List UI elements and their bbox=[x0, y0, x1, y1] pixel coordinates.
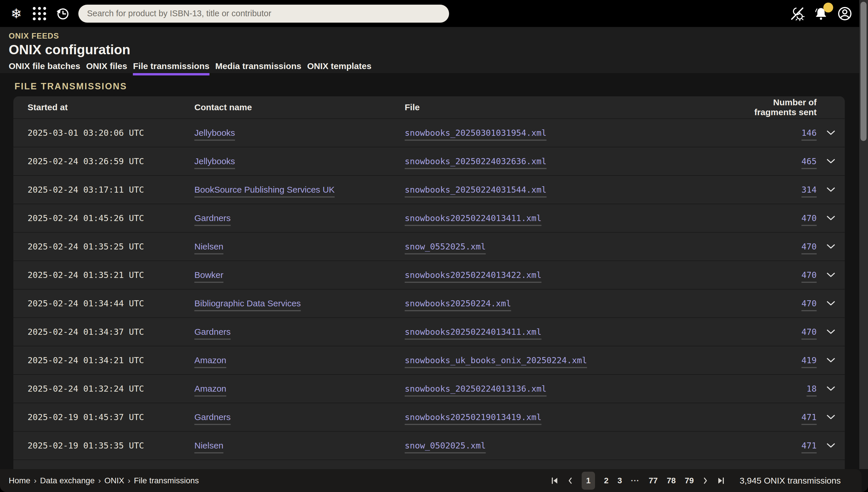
page-2[interactable]: 2 bbox=[604, 476, 609, 485]
expand-row-button[interactable] bbox=[817, 301, 845, 306]
file-link[interactable]: snowbooks_20250224032636.xml bbox=[405, 156, 547, 166]
grid-dots bbox=[33, 7, 46, 20]
dark-mode-toggle-icon[interactable] bbox=[789, 5, 805, 22]
breadcrumb-eyebrow[interactable]: ONIX FEEDS bbox=[9, 32, 868, 41]
expand-row-button[interactable] bbox=[817, 358, 845, 363]
contact-link[interactable]: Nielsen bbox=[194, 242, 223, 251]
breadcrumb: Home › Data exchange › ONIX › File trans… bbox=[9, 476, 199, 485]
column-header-contact-name: Contact name bbox=[194, 102, 405, 112]
contact-link[interactable]: Nielsen bbox=[194, 441, 223, 450]
table-row: 2025-02-24 03:17:11 UTC BookSource Publi… bbox=[13, 175, 845, 204]
expand-row-button[interactable] bbox=[817, 130, 845, 136]
tab-media-transmissions[interactable]: Media transmissions bbox=[215, 61, 301, 75]
total-transmissions-count: 3,945 ONIX transmissions bbox=[740, 476, 841, 486]
bottom-bar: Home › Data exchange › ONIX › File trans… bbox=[0, 469, 862, 492]
file-transmissions-table: Started at Contact name File Number of f… bbox=[13, 96, 845, 488]
fragments-link[interactable]: 465 bbox=[801, 156, 817, 166]
contact-link[interactable]: Bowker bbox=[194, 270, 223, 280]
fragments-link[interactable]: 314 bbox=[801, 185, 817, 195]
account-avatar-icon[interactable] bbox=[837, 5, 853, 22]
search-input[interactable] bbox=[78, 5, 449, 23]
tab-onix-files[interactable]: ONIX files bbox=[86, 61, 127, 75]
page-78[interactable]: 78 bbox=[667, 476, 676, 485]
fragments-link[interactable]: 470 bbox=[801, 242, 817, 251]
fragments-link[interactable]: 470 bbox=[801, 213, 817, 223]
expand-row-button[interactable] bbox=[817, 443, 845, 448]
contact-link[interactable]: BookSource Publishing Services UK bbox=[194, 185, 335, 194]
page-title: ONIX configuration bbox=[9, 43, 868, 56]
table-row: 2025-02-24 01:45:26 UTC Gardners snowboo… bbox=[13, 204, 845, 232]
contact-link[interactable]: Gardners bbox=[194, 412, 231, 422]
column-header-fragments: Number of fragments sent bbox=[738, 97, 817, 117]
breadcrumb-data-exchange[interactable]: Data exchange bbox=[40, 476, 95, 485]
expand-row-button[interactable] bbox=[817, 386, 845, 391]
contact-link[interactable]: Jellybooks bbox=[194, 156, 235, 166]
last-page-button[interactable] bbox=[717, 476, 725, 485]
chevron-down-icon bbox=[826, 130, 835, 136]
page-77[interactable]: 77 bbox=[649, 476, 658, 485]
fragments-link[interactable]: 419 bbox=[801, 355, 817, 365]
table-row: 2025-02-24 01:34:37 UTC Gardners snowboo… bbox=[13, 317, 845, 346]
fragments-link[interactable]: 470 bbox=[801, 298, 817, 309]
fragments-link[interactable]: 18 bbox=[807, 384, 817, 394]
notifications-bell-icon[interactable] bbox=[813, 5, 829, 22]
contact-link[interactable]: Amazon bbox=[194, 355, 226, 365]
started-at-value: 2025-02-19 01:35:35 UTC bbox=[28, 441, 194, 450]
previous-page-button[interactable] bbox=[567, 476, 573, 485]
chevron-down-icon bbox=[826, 216, 835, 221]
apps-grid-icon[interactable] bbox=[31, 5, 48, 22]
file-link[interactable]: snow_0502025.xml bbox=[405, 441, 486, 450]
chevron-down-icon bbox=[826, 386, 835, 391]
contact-link[interactable]: Jellybooks bbox=[194, 128, 235, 138]
fragments-link[interactable]: 470 bbox=[801, 270, 817, 280]
first-page-button[interactable] bbox=[551, 476, 559, 485]
contact-link[interactable]: Gardners bbox=[194, 213, 231, 223]
topbar-right-actions bbox=[789, 5, 868, 22]
file-link[interactable]: snowbooks20250224.xml bbox=[405, 298, 511, 309]
file-link[interactable]: snowbooks_20250301031954.xml bbox=[405, 128, 547, 138]
tab-file-transmissions[interactable]: File transmissions bbox=[133, 61, 209, 75]
breadcrumb-home[interactable]: Home bbox=[9, 476, 30, 485]
fragments-link[interactable]: 470 bbox=[801, 327, 817, 337]
file-link[interactable]: snowbooks20250224013411.xml bbox=[405, 327, 541, 337]
page-79[interactable]: 79 bbox=[685, 476, 694, 485]
file-link[interactable]: snow_0552025.xml bbox=[405, 242, 486, 251]
started-at-value: 2025-02-24 01:34:37 UTC bbox=[28, 327, 194, 337]
tab-onix-templates[interactable]: ONIX templates bbox=[307, 61, 372, 75]
expand-row-button[interactable] bbox=[817, 415, 845, 420]
table-row: 2025-02-24 03:26:59 UTC Jellybooks snowb… bbox=[13, 147, 845, 175]
expand-row-button[interactable] bbox=[817, 272, 845, 278]
file-link[interactable]: snowbooks_uk_books_onix_20250224.xml bbox=[405, 355, 587, 365]
expand-row-button[interactable] bbox=[817, 244, 845, 249]
contact-link[interactable]: Bibliographic Data Services bbox=[194, 298, 301, 308]
next-page-button[interactable] bbox=[703, 476, 708, 485]
started-at-value: 2025-02-24 01:34:44 UTC bbox=[28, 298, 194, 309]
scrollbar-thumb[interactable] bbox=[861, 2, 867, 141]
expand-row-button[interactable] bbox=[817, 216, 845, 221]
breadcrumb-file-transmissions: File transmissions bbox=[134, 476, 199, 485]
pagination-ellipsis: ••• bbox=[631, 478, 640, 484]
fragments-link[interactable]: 471 bbox=[801, 441, 817, 450]
tab-onix-file-batches[interactable]: ONIX file batches bbox=[9, 61, 80, 75]
file-link[interactable]: snowbooks20250219013419.xml bbox=[405, 412, 541, 422]
chevron-down-icon bbox=[826, 443, 835, 448]
table-row: 2025-02-19 01:35:35 UTC Nielsen snow_050… bbox=[13, 431, 845, 460]
page-1-current[interactable]: 1 bbox=[582, 472, 595, 490]
expand-row-button[interactable] bbox=[817, 159, 845, 164]
file-link[interactable]: snowbooks_20250224031544.xml bbox=[405, 185, 547, 195]
history-icon[interactable] bbox=[54, 5, 71, 22]
expand-row-button[interactable] bbox=[817, 329, 845, 335]
snowflake-logo-icon[interactable]: ❄ bbox=[8, 5, 24, 22]
chevron-down-icon bbox=[826, 415, 835, 420]
contact-link[interactable]: Amazon bbox=[194, 384, 226, 393]
fragments-link[interactable]: 471 bbox=[801, 412, 817, 422]
file-link[interactable]: snowbooks20250224013411.xml bbox=[405, 213, 541, 223]
contact-link[interactable]: Gardners bbox=[194, 327, 231, 337]
file-link[interactable]: snowbooks_20250224013136.xml bbox=[405, 384, 547, 394]
fragments-link[interactable]: 146 bbox=[801, 128, 817, 138]
file-link[interactable]: snowbooks20250224013422.xml bbox=[405, 270, 541, 280]
expand-row-button[interactable] bbox=[817, 187, 845, 192]
page-3[interactable]: 3 bbox=[618, 476, 622, 485]
breadcrumb-onix[interactable]: ONIX bbox=[104, 476, 124, 485]
table-row: 2025-02-24 01:35:21 UTC Bowker snowbooks… bbox=[13, 261, 845, 289]
